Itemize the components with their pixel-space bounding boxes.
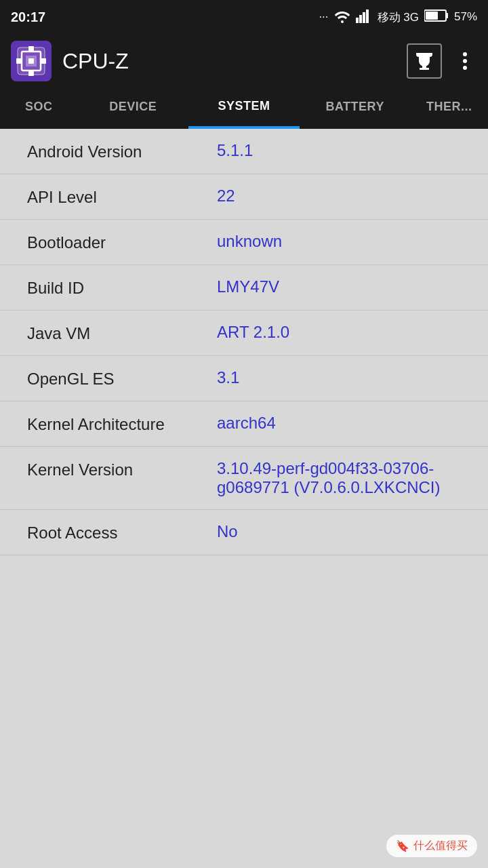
svg-rect-15 (28, 71, 34, 76)
table-row: Java VMART 2.1.0 (0, 311, 488, 356)
table-row: OpenGL ES3.1 (0, 356, 488, 401)
svg-point-0 (341, 20, 344, 23)
more-options-button[interactable] (453, 43, 477, 79)
status-bar: 20:17 ··· 移动 3G 57% (0, 0, 488, 34)
battery-icon (424, 9, 449, 26)
info-value: LMY47V (217, 277, 461, 296)
tab-system[interactable]: SYSTEM (188, 88, 300, 129)
svg-rect-13 (41, 58, 46, 64)
info-value: No (217, 522, 461, 541)
svg-rect-4 (366, 9, 369, 23)
svg-point-20 (463, 66, 467, 70)
table-row: API Level22 (0, 174, 488, 220)
info-label: Bootloader (27, 232, 217, 252)
info-label: API Level (27, 186, 217, 207)
signal-bars-icon (356, 8, 372, 26)
watermark-text: 什么值得买 (413, 839, 468, 853)
svg-rect-7 (426, 12, 438, 20)
info-value: 22 (217, 186, 461, 205)
app-title: CPU-Z (62, 49, 396, 74)
system-info-content: Android Version5.1.1API Level22Bootloade… (0, 129, 488, 555)
app-bar-actions (407, 43, 477, 79)
battery-percent: 57% (454, 10, 477, 24)
tab-device[interactable]: DEVICE (78, 88, 189, 129)
info-label: Android Version (27, 141, 217, 161)
status-right: ··· 移动 3G 57% (319, 8, 477, 26)
info-label: Kernel Architecture (27, 414, 217, 434)
watermark: 🔖 什么值得买 (386, 835, 477, 857)
svg-rect-6 (446, 13, 448, 18)
info-value: unknown (217, 232, 461, 251)
wifi-icon (334, 8, 350, 26)
svg-point-19 (463, 59, 467, 63)
info-label: Java VM (27, 323, 217, 343)
svg-rect-16 (422, 64, 426, 68)
info-value: 3.10.49-perf-gd004f33-03706-g0689771 (V7… (217, 459, 461, 497)
table-row: Bootloaderunknown (0, 220, 488, 265)
info-label: Root Access (27, 522, 217, 542)
tab-soc[interactable]: SOC (0, 88, 78, 129)
svg-rect-1 (356, 18, 359, 23)
trophy-button[interactable] (407, 43, 442, 79)
svg-rect-2 (359, 15, 362, 23)
svg-rect-17 (420, 68, 429, 70)
watermark-icon: 🔖 (396, 840, 409, 852)
tab-bar: SOC DEVICE SYSTEM BATTERY THER... (0, 88, 488, 129)
table-row: Root AccessNo (0, 510, 488, 555)
app-bar: CPU-Z (0, 34, 488, 88)
info-value: aarch64 (217, 414, 461, 433)
svg-rect-12 (16, 58, 22, 64)
svg-rect-11 (28, 58, 34, 64)
info-value: 3.1 (217, 368, 461, 387)
info-label: Kernel Version (27, 459, 217, 479)
svg-rect-3 (363, 12, 365, 23)
table-row: Android Version5.1.1 (0, 129, 488, 174)
svg-point-18 (463, 52, 467, 56)
svg-rect-14 (28, 46, 34, 52)
tab-thermal[interactable]: THER... (410, 88, 488, 129)
signal-dots-icon: ··· (319, 10, 328, 24)
tab-battery[interactable]: BATTERY (300, 88, 411, 129)
table-row: Build IDLMY47V (0, 265, 488, 311)
info-label: Build ID (27, 277, 217, 298)
info-value: 5.1.1 (217, 141, 461, 160)
table-row: Kernel Version3.10.49-perf-gd004f33-0370… (0, 447, 488, 510)
status-time: 20:17 (11, 9, 45, 25)
app-icon (11, 41, 52, 81)
info-value: ART 2.1.0 (217, 323, 461, 342)
info-label: OpenGL ES (27, 368, 217, 389)
table-row: Kernel Architectureaarch64 (0, 401, 488, 447)
network-label: 移动 3G (378, 9, 419, 25)
